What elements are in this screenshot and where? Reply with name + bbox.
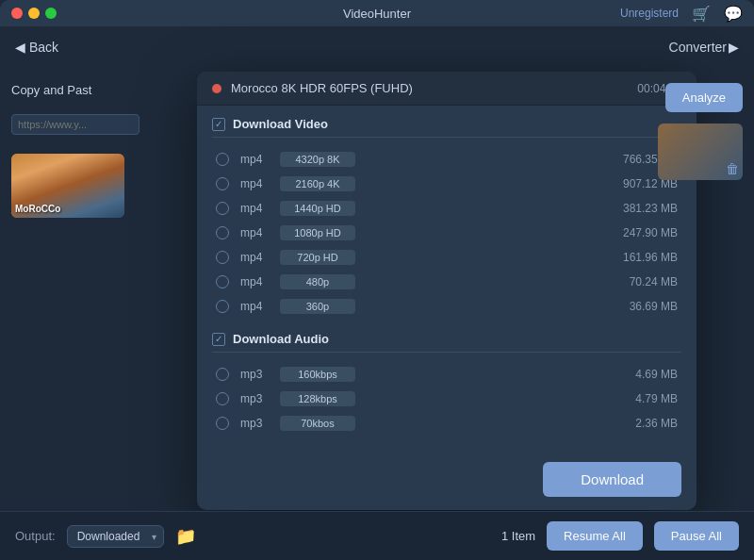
window-controls — [11, 8, 57, 19]
format-row-4320p[interactable]: mp4 4320p 8K 766.35 MB — [212, 147, 681, 172]
quality-4320p: 4320p 8K — [280, 152, 355, 167]
download-dialog: Morocco 8K HDR 60FPS (FUHD) 00:04:56 Dow… — [197, 72, 697, 510]
type-4320p: mp4 — [240, 153, 269, 166]
radio-1440p[interactable] — [216, 202, 229, 215]
dialog-content: Download Video mp4 4320p 8K 766.35 MB mp… — [197, 106, 697, 451]
format-row-2160p[interactable]: mp4 2160p 4K 907.12 MB — [212, 172, 681, 196]
type-720p: mp4 — [240, 251, 269, 264]
radio-160kbps[interactable] — [216, 368, 229, 381]
recording-dot — [212, 84, 221, 93]
analyze-button[interactable]: Analyze — [665, 83, 743, 112]
main-layout: Copy and Past MoRoCCo Morocco 8K HDR 60F… — [0, 68, 754, 511]
back-chevron-icon: ◀ — [15, 40, 25, 55]
chevron-right-icon: ▶ — [729, 40, 739, 55]
video-card: 🗑 — [658, 124, 743, 180]
radio-4320p[interactable] — [216, 153, 229, 166]
quality-360p: 360p — [280, 299, 355, 314]
quality-480p: 480p — [280, 274, 355, 289]
app-title: VideoHunter — [343, 7, 411, 21]
maximize-button[interactable] — [45, 8, 57, 19]
audio-format-list: mp3 160kbps 4.69 MB mp3 128kbps 4.79 MB … — [212, 362, 681, 436]
folder-icon[interactable]: 📁 — [175, 526, 196, 547]
bottom-bar: Output: Downloaded 📁 1 Item Resume All P… — [0, 511, 754, 560]
quality-2160p: 2160p 4K — [280, 176, 355, 191]
format-row-128kbps[interactable]: mp3 128kbps 4.79 MB — [212, 387, 681, 411]
resume-all-button[interactable]: Resume All — [547, 521, 643, 551]
thumbnail-label: MoRoCCo — [15, 204, 60, 214]
audio-section-header: Download Audio — [212, 332, 681, 353]
pause-all-button[interactable]: Pause All — [654, 521, 739, 551]
item-count: 1 Item — [501, 529, 535, 543]
right-panel: Analyze 🗑 — [660, 68, 754, 511]
format-row-480p[interactable]: mp4 480p 70.24 MB — [212, 270, 681, 294]
format-row-160kbps[interactable]: mp3 160kbps 4.69 MB — [212, 362, 681, 387]
type-128kbps: mp3 — [240, 392, 269, 405]
url-input[interactable] — [11, 114, 139, 135]
output-select-wrapper: Downloaded — [67, 525, 164, 548]
output-select[interactable]: Downloaded — [67, 525, 164, 548]
format-row-360p[interactable]: mp4 360p 36.69 MB — [212, 294, 681, 319]
output-label: Output: — [15, 529, 56, 543]
format-row-1080p[interactable]: mp4 1080p HD 247.90 MB — [212, 221, 681, 245]
type-2160p: mp4 — [240, 177, 269, 190]
radio-2160p[interactable] — [216, 177, 229, 190]
type-360p: mp4 — [240, 300, 269, 313]
radio-1080p[interactable] — [216, 226, 229, 239]
format-row-720p[interactable]: mp4 720p HD 161.96 MB — [212, 245, 681, 270]
format-row-1440p[interactable]: mp4 1440p HD 381.23 MB — [212, 196, 681, 221]
sidebar: Copy and Past MoRoCCo — [0, 68, 151, 511]
title-bar-actions: Unregisterd 🛒 💬 — [620, 5, 743, 23]
video-format-list: mp4 4320p 8K 766.35 MB mp4 2160p 4K 907.… — [212, 147, 681, 319]
radio-360p[interactable] — [216, 300, 229, 313]
type-1080p: mp4 — [240, 226, 269, 239]
video-section-header: Download Video — [212, 117, 681, 138]
back-button[interactable]: ◀ Back — [15, 40, 58, 55]
radio-480p[interactable] — [216, 275, 229, 288]
converter-label: Converter — [669, 40, 727, 55]
copy-paste-label: Copy and Past — [11, 83, 139, 97]
quality-128kbps: 128kbps — [280, 391, 355, 406]
minimize-button[interactable] — [28, 8, 40, 19]
audio-section-title: Download Audio — [233, 332, 329, 346]
type-1440p: mp4 — [240, 202, 269, 215]
nav-bar: ◀ Back Converter ▶ — [0, 26, 754, 68]
type-70kbps: mp3 — [240, 417, 269, 430]
trash-icon[interactable]: 🗑 — [726, 161, 739, 176]
back-label: Back — [29, 40, 58, 55]
type-480p: mp4 — [240, 275, 269, 288]
radio-720p[interactable] — [216, 251, 229, 264]
video-title: Morocco 8K HDR 60FPS (FUHD) — [231, 81, 628, 95]
quality-720p: 720p HD — [280, 250, 355, 265]
video-section-checkbox[interactable] — [212, 118, 225, 131]
radio-128kbps[interactable] — [216, 392, 229, 405]
audio-section-checkbox[interactable] — [212, 333, 225, 346]
quality-160kbps: 160kbps — [280, 367, 355, 382]
dialog-header: Morocco 8K HDR 60FPS (FUHD) 00:04:56 — [197, 72, 697, 106]
format-row-70kbps[interactable]: mp3 70kbos 2.36 MB — [212, 411, 681, 436]
converter-button[interactable]: Converter ▶ — [669, 40, 739, 55]
dialog-footer: Download — [197, 451, 697, 510]
video-thumbnail: MoRoCCo — [11, 154, 124, 218]
title-bar: VideoHunter Unregisterd 🛒 💬 — [0, 0, 754, 26]
close-button[interactable] — [11, 8, 23, 19]
video-section-title: Download Video — [233, 117, 328, 131]
quality-70kbps: 70kbos — [280, 416, 355, 431]
cart-icon[interactable]: 🛒 — [692, 5, 711, 23]
type-160kbps: mp3 — [240, 368, 269, 381]
quality-1080p: 1080p HD — [280, 225, 355, 240]
quality-1440p: 1440p HD — [280, 201, 355, 216]
chat-icon[interactable]: 💬 — [724, 5, 743, 23]
unregistered-link[interactable]: Unregisterd — [620, 7, 679, 20]
radio-70kbps[interactable] — [216, 417, 229, 430]
